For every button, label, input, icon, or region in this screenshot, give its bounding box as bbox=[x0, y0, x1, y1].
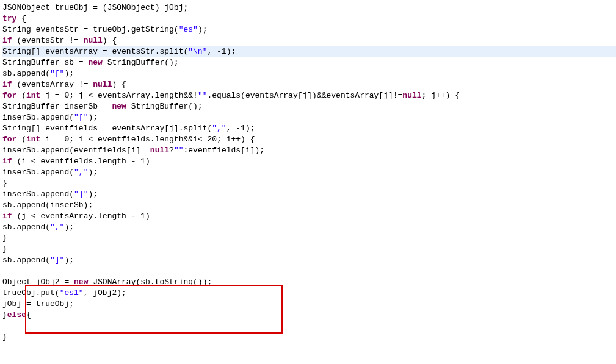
code-line: } bbox=[2, 178, 616, 189]
code-line: }else{ bbox=[2, 310, 616, 321]
code-line: inserSb.append(","); bbox=[2, 167, 616, 178]
code-line: sb.append(inserSb); bbox=[2, 200, 616, 211]
code-line: trueObj.put("es1", jObj2); bbox=[2, 288, 616, 299]
code-line: sb.append(","); bbox=[2, 222, 616, 233]
code-line: for (int j = 0; j < eventsArray.length&&… bbox=[2, 90, 616, 101]
code-line: sb.append("["); bbox=[2, 68, 616, 79]
code-line: } bbox=[2, 233, 616, 244]
code-line bbox=[2, 266, 616, 277]
code-line: jObj = trueObj; bbox=[2, 299, 616, 310]
code-line: JSONObject trueObj = (JSONObject) jObj; bbox=[2, 2, 616, 13]
code-line: if (eventsStr != null) { bbox=[2, 35, 616, 46]
code-line: String eventsStr = trueObj.getString("es… bbox=[2, 24, 616, 35]
code-line: inserSb.append("["); bbox=[2, 112, 616, 123]
code-line: inserSb.append(eventfields[i]==null?"":e… bbox=[2, 145, 616, 156]
code-line: for (int i = 0; i < eventfields.length&&… bbox=[2, 134, 616, 145]
code-line: } bbox=[2, 244, 616, 255]
code-line: inserSb.append("]"); bbox=[2, 189, 616, 200]
code-line: if (i < eventfields.length - 1) bbox=[2, 156, 616, 167]
code-line bbox=[2, 321, 616, 332]
code-line: StringBuffer inserSb = new StringBuffer(… bbox=[2, 101, 616, 112]
code-line: try { bbox=[2, 13, 616, 24]
code-line: sb.append("]"); bbox=[2, 255, 616, 266]
code-line-highlighted: String[] eventsArray = eventsStr.split("… bbox=[2, 46, 616, 57]
code-line: } bbox=[2, 332, 616, 343]
code-line: Object jObj2 = new JSONArray(sb.toString… bbox=[2, 277, 616, 288]
code-line: if (eventsArray != null) { bbox=[2, 79, 616, 90]
code-line: StringBuffer sb = new StringBuffer(); bbox=[2, 57, 616, 68]
code-block: JSONObject trueObj = (JSONObject) jObj; … bbox=[2, 2, 616, 343]
code-line: if (j < eventsArray.length - 1) bbox=[2, 211, 616, 222]
code-line: String[] eventfields = eventsArray[j].sp… bbox=[2, 123, 616, 134]
